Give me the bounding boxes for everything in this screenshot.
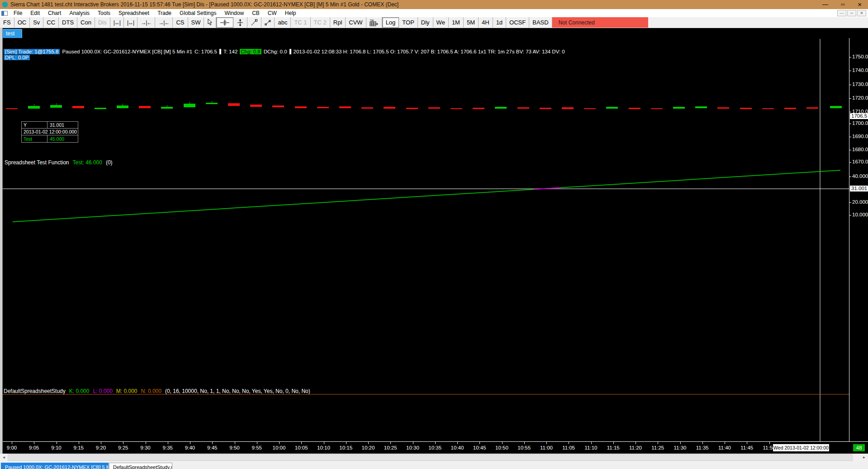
study-name: DefaultSpreadsheetStudy (4, 388, 66, 394)
study-default-spreadsheet-label: DefaultSpreadsheetStudy K: 0.000 L: 0.00… (4, 388, 310, 394)
mdi-restore-button[interactable]: ▫▫ (847, 10, 856, 16)
scroll-left-button[interactable]: ◄ (0, 454, 8, 461)
ocsf-button[interactable]: OCSF (506, 17, 529, 28)
we-button[interactable]: We (433, 17, 449, 28)
price-tick (849, 98, 851, 99)
candle (629, 108, 640, 109)
sw-button[interactable]: SW (188, 17, 204, 28)
time-tick (368, 442, 369, 444)
time-scale-label: 9:30 (140, 445, 150, 450)
dts-button[interactable]: DTS (59, 17, 77, 28)
fs-button[interactable]: FS (0, 17, 14, 28)
crosshair-tool-icon[interactable] (216, 17, 233, 28)
time-tick (57, 442, 57, 444)
candle (184, 104, 195, 107)
separator (289, 49, 291, 54)
candle (117, 105, 128, 108)
time-scale-label: 11:30 (674, 445, 687, 450)
ray-tool-icon[interactable] (261, 17, 275, 28)
time-tick (79, 442, 79, 444)
menu-trade[interactable]: Trade (153, 9, 175, 17)
menu-help[interactable]: Help (281, 9, 300, 17)
bar-ohlc-status: 2013-01-02 12:08:33 H: 1706.8 L: 1705.5 … (294, 49, 565, 54)
scale-width-shrink-icon[interactable]: |↔| (124, 17, 138, 28)
sierra-chart-window: Sierra Chart 1481 test.cht Interactive B… (0, 0, 868, 469)
basd-button[interactable]: BASD (529, 17, 552, 28)
candle (762, 108, 774, 109)
4h-button[interactable]: 4H (479, 17, 493, 28)
minimize-button[interactable]: — (822, 0, 828, 9)
tab-test[interactable]: test (2, 29, 22, 38)
pointer-tool-icon[interactable] (204, 17, 216, 28)
price-scale-label: 1700.0 (852, 120, 868, 126)
change-chip: Chg: 0.8 (240, 49, 261, 54)
price-value-box: 1706.5 (850, 113, 868, 119)
trendline-tool-icon[interactable] (247, 17, 261, 28)
price-scale-label: 1680.0 (852, 147, 868, 152)
time-scale-label: 10:10 (317, 445, 330, 450)
bar-spacing-decrease-icon[interactable]: →|← (138, 17, 155, 28)
price-scale-label: 10.000 (852, 212, 868, 217)
candle (517, 107, 529, 109)
1d-button[interactable]: 1d (493, 17, 506, 28)
time-scale-label: 9:45 (207, 445, 217, 450)
chart-window-icon[interactable] (1, 11, 8, 16)
cvw-button[interactable]: CVW (346, 17, 366, 28)
horizontal-scrollbar[interactable]: ◄ ► (0, 454, 868, 461)
time-tick (591, 442, 592, 444)
dly-button[interactable]: Dly (418, 17, 433, 28)
bar-spacing-increase-icon[interactable]: →|← (155, 17, 173, 28)
top-button[interactable]: TOP (399, 17, 418, 28)
time-tick (457, 442, 458, 444)
menu-global-settings[interactable]: Global Settings (175, 9, 220, 17)
5m-button[interactable]: 5M (464, 17, 479, 28)
time-scale-label: 10:30 (406, 445, 419, 450)
scale-width-expand-icon[interactable]: |↔| (110, 17, 124, 28)
menu-analysis[interactable]: Analysis (65, 9, 94, 17)
scrollbar-thumb[interactable] (8, 454, 853, 461)
candle (673, 107, 685, 109)
bottom-tab-spreadsheet[interactable]: DefaultSpreadsheetStudy.scss (109, 463, 172, 469)
chart-tab-bar: test (0, 28, 868, 38)
candle (717, 107, 729, 109)
rpl-button[interactable]: Rpl (330, 17, 346, 28)
price-tick (849, 124, 851, 124)
oc-button[interactable]: OC (14, 17, 30, 28)
menu-file[interactable]: File (9, 9, 26, 17)
mdi-minimize-button[interactable]: — (837, 10, 846, 16)
con-button[interactable]: Con (77, 17, 95, 28)
vertical-adjust-tool-icon[interactable] (233, 17, 247, 28)
time-scale-label: 11:35 (696, 445, 709, 450)
sv-button[interactable]: Sv (30, 17, 43, 28)
cs-button[interactable]: CS (173, 17, 188, 28)
bottom-tab-chart[interactable]: Paused 1000.0X: GC-201612-NYMEX [CB] 5 M… (1, 463, 109, 469)
close-button[interactable]: × (858, 0, 862, 9)
1m-button[interactable]: 1M (449, 17, 464, 28)
scroll-right-button[interactable]: ► (860, 454, 868, 461)
time-tick (301, 442, 302, 444)
candle (206, 103, 218, 104)
spreadsheet-grid-icon[interactable]: TW (366, 17, 382, 28)
menu-cw[interactable]: CW (264, 9, 281, 17)
menu-chart[interactable]: Chart (44, 9, 65, 17)
app-globe-icon (2, 1, 8, 8)
time-scale-label: 9:10 (51, 445, 61, 450)
time-tick (636, 442, 636, 444)
study-params: (0) (106, 159, 113, 166)
menu-edit[interactable]: Edit (26, 9, 44, 17)
log-button[interactable]: Log (382, 17, 399, 28)
candle (228, 103, 240, 106)
text-tool-button[interactable]: abc (275, 17, 291, 28)
menu-spreadsheet[interactable]: Spreadsheet (114, 9, 153, 17)
price-value-box: 31.001 (850, 186, 868, 191)
price-tick (849, 57, 851, 57)
menu-cb[interactable]: CB (248, 9, 264, 17)
candle-wick (56, 103, 57, 105)
cc-button[interactable]: CC (43, 17, 59, 28)
time-tick (702, 442, 703, 444)
menu-tools[interactable]: Tools (94, 9, 114, 17)
time-tick (502, 442, 503, 444)
mdi-close-button[interactable]: ✕ (857, 10, 866, 16)
menu-window[interactable]: Window (220, 9, 248, 17)
restore-button[interactable]: ▫▫ (841, 0, 845, 9)
